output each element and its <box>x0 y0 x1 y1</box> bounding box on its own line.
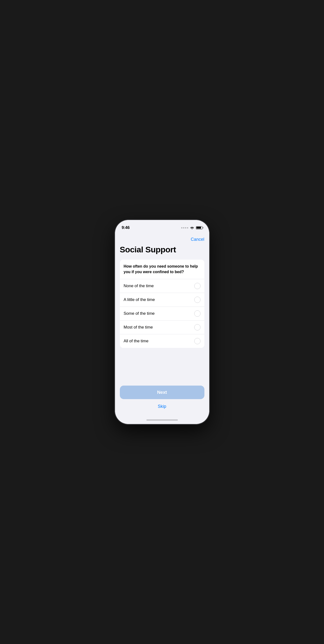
signal-dots-icon <box>181 227 188 228</box>
option-some-label: Some of the time <box>124 311 155 316</box>
cancel-row: Cancel <box>120 236 204 243</box>
option-little-label: A little of the time <box>124 297 155 302</box>
content-area: Cancel Social Support How often do you n… <box>115 232 209 416</box>
modal-sheet: Cancel Social Support How often do you n… <box>115 232 209 416</box>
bottom-area: Next Skip <box>120 386 204 416</box>
option-most-radio[interactable] <box>194 324 201 330</box>
option-most-label: Most of the time <box>124 325 153 330</box>
question-card: How often do you need someone to help yo… <box>120 260 204 348</box>
option-little-radio[interactable] <box>194 296 201 303</box>
phone-frame: 9:46 <box>115 220 209 424</box>
option-some[interactable]: Some of the time <box>120 307 204 320</box>
option-little[interactable]: A little of the time <box>120 293 204 307</box>
option-all[interactable]: All of the time <box>120 334 204 348</box>
question-text: How often do you need someone to help yo… <box>120 260 204 279</box>
phone-screen: 9:46 <box>115 220 209 424</box>
status-icons <box>181 226 203 230</box>
option-some-radio[interactable] <box>194 310 201 317</box>
option-most[interactable]: Most of the time <box>120 320 204 334</box>
battery-icon <box>196 226 203 230</box>
option-all-label: All of the time <box>124 339 149 344</box>
page-title: Social Support <box>120 245 204 254</box>
home-bar <box>146 420 178 421</box>
option-none-label: None of the time <box>124 284 154 288</box>
status-bar: 9:46 <box>115 220 209 232</box>
skip-button[interactable]: Skip <box>120 402 204 411</box>
cancel-button[interactable]: Cancel <box>191 236 204 243</box>
wifi-icon <box>190 226 194 230</box>
option-none-radio[interactable] <box>194 283 201 289</box>
option-all-radio[interactable] <box>194 338 201 344</box>
next-button[interactable]: Next <box>120 386 204 399</box>
option-none[interactable]: None of the time <box>120 279 204 293</box>
home-indicator <box>115 416 209 424</box>
status-time: 9:46 <box>122 225 130 230</box>
